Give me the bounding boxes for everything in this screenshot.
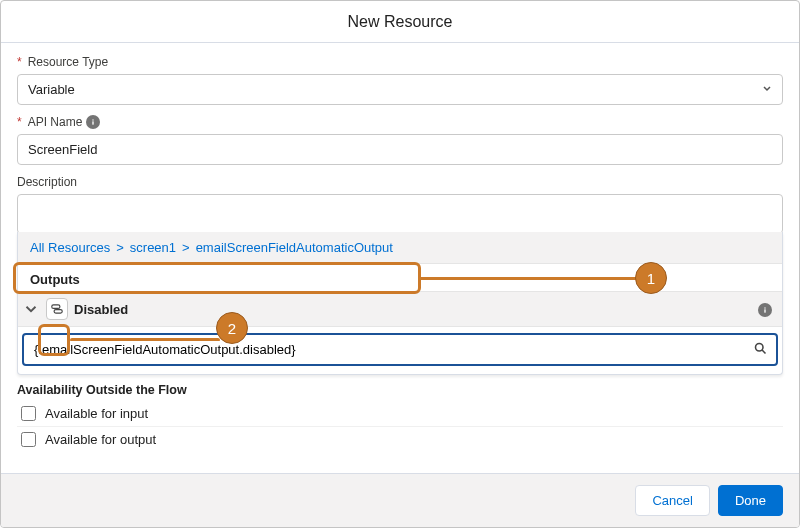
availability-section: Availability Outside the Flow Available … bbox=[1, 379, 799, 452]
available-for-input-checkbox[interactable] bbox=[21, 406, 36, 421]
resource-type-label: * Resource Type bbox=[17, 55, 783, 69]
available-for-input-label: Available for input bbox=[45, 406, 148, 421]
svg-point-6 bbox=[756, 343, 764, 351]
info-icon[interactable] bbox=[758, 302, 772, 317]
modal-content: * Resource Type * API Name Description bbox=[1, 43, 799, 379]
modal-title: New Resource bbox=[348, 13, 453, 31]
breadcrumb: All Resources > screen1 > emailScreenFie… bbox=[18, 232, 782, 264]
chevron-down-icon[interactable] bbox=[22, 300, 40, 318]
breadcrumb-sep: > bbox=[182, 240, 190, 255]
resource-type-field: * Resource Type bbox=[17, 55, 783, 105]
value-input-row bbox=[22, 333, 778, 366]
description-label-text: Description bbox=[17, 175, 77, 189]
toggle-icon bbox=[46, 298, 68, 320]
breadcrumb-root[interactable]: All Resources bbox=[30, 240, 110, 255]
search-icon[interactable] bbox=[753, 341, 768, 359]
output-item-name: Disabled bbox=[74, 302, 752, 317]
breadcrumb-level1[interactable]: screen1 bbox=[130, 240, 176, 255]
available-for-output-checkbox[interactable] bbox=[21, 432, 36, 447]
resource-picker-panel: All Resources > screen1 > emailScreenFie… bbox=[17, 232, 783, 375]
modal-header: New Resource bbox=[1, 1, 799, 43]
breadcrumb-current: emailScreenFieldAutomaticOutput bbox=[196, 240, 393, 255]
done-button[interactable]: Done bbox=[718, 485, 783, 516]
available-for-output-label: Available for output bbox=[45, 432, 156, 447]
description-label: Description bbox=[17, 175, 783, 189]
api-name-input[interactable] bbox=[17, 134, 783, 165]
outputs-header: Outputs bbox=[18, 264, 782, 291]
api-name-label: * API Name bbox=[17, 115, 783, 129]
svg-line-7 bbox=[762, 350, 765, 353]
required-star: * bbox=[17, 115, 22, 129]
description-input[interactable] bbox=[17, 194, 783, 234]
available-for-input-row[interactable]: Available for input bbox=[17, 401, 783, 427]
available-for-output-row[interactable]: Available for output bbox=[17, 427, 783, 452]
modal-footer: Cancel Done bbox=[1, 473, 799, 527]
resource-type-label-text: Resource Type bbox=[28, 55, 109, 69]
info-icon[interactable] bbox=[86, 115, 100, 129]
svg-point-0 bbox=[93, 119, 94, 120]
description-field: Description bbox=[17, 175, 783, 234]
output-item-row[interactable]: Disabled bbox=[18, 291, 782, 327]
resource-type-select[interactable] bbox=[17, 74, 783, 105]
svg-rect-5 bbox=[764, 309, 765, 312]
required-star: * bbox=[17, 55, 22, 69]
api-name-label-text: API Name bbox=[28, 115, 83, 129]
resource-type-select-wrap bbox=[17, 74, 783, 105]
svg-rect-3 bbox=[54, 310, 62, 314]
api-name-field: * API Name bbox=[17, 115, 783, 165]
cancel-button[interactable]: Cancel bbox=[635, 485, 709, 516]
breadcrumb-sep: > bbox=[116, 240, 124, 255]
availability-title: Availability Outside the Flow bbox=[17, 383, 783, 397]
svg-rect-1 bbox=[93, 121, 94, 124]
default-value-input[interactable] bbox=[22, 333, 778, 366]
svg-point-4 bbox=[764, 307, 765, 308]
svg-rect-2 bbox=[52, 305, 60, 309]
